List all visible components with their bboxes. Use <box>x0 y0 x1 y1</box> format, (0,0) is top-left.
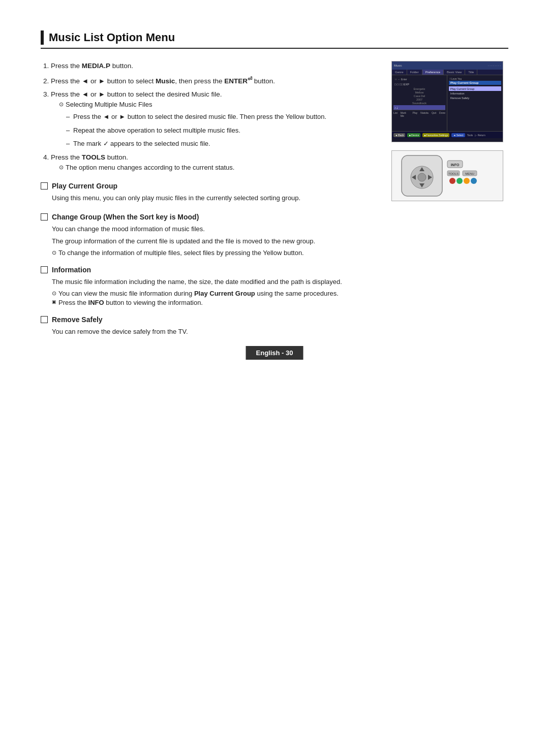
step-2: Press the ◄ or ► button to select Music,… <box>51 74 381 86</box>
tv-btn-back: ◄ Back <box>393 133 405 137</box>
steps-list: Press the MEDIA.P button. Press the ◄ or… <box>51 61 381 173</box>
tv-tab-genre: Genre <box>392 70 407 75</box>
tv-top-bar: Music · · · · · · · · <box>392 61 503 70</box>
step-4: Press the TOOLS button. ⊙ The option men… <box>51 152 381 173</box>
tv-btn-select: ◄ Select <box>451 133 465 137</box>
note-square-icon: ▣ <box>52 299 56 304</box>
checkbox-icon-2 <box>41 213 48 220</box>
svg-point-10 <box>456 178 463 184</box>
remote-image: INFO TOOLS MENU <box>391 150 503 201</box>
footer-bar: English - 30 <box>246 346 303 360</box>
tv-tab-basicview: Basic View <box>444 70 465 75</box>
tv-bottom-bar: ◄ Back ■ Device ■ Favourites Settings ◄ … <box>392 131 503 138</box>
svg-text:TOOLS: TOOLS <box>448 172 459 175</box>
tv-tools-label: Tools <box>467 134 473 137</box>
tv-dots: · · · · · · · · <box>488 64 501 67</box>
tv-list-item-1: □ □ □□ EXP <box>393 82 445 86</box>
information-heading: Information <box>41 266 381 274</box>
tv-tab-folder: Folder <box>407 70 422 75</box>
tv-screenshot: Music · · · · · · · · Genre Folder Prefe… <box>391 61 503 142</box>
section-title-bar: Music List Option Menu <box>41 30 508 49</box>
remove-safely-title: Remove Safely <box>52 316 103 324</box>
checkbox-icon-1 <box>41 182 48 190</box>
play-current-group-title: Play Current Group <box>52 182 117 190</box>
tv-btn-device: ■ Device <box>407 133 420 137</box>
information-body: The music file information including the… <box>52 277 381 288</box>
information-title: Information <box>52 266 91 274</box>
title-accent <box>41 30 44 45</box>
change-group-body1: You can change the mood information of m… <box>52 224 381 235</box>
tv-tab-title: Title <box>465 70 477 75</box>
remove-safely-body: You can remove the device safely from th… <box>52 327 381 337</box>
sub-bullet-3: The mark ✓ appears to the selected music… <box>66 139 381 149</box>
svg-point-2 <box>418 173 426 181</box>
text-content: Press the MEDIA.P button. Press the ◄ or… <box>41 61 381 339</box>
tv-list-item-3: ♪ ♩ <box>393 105 445 110</box>
screenshot-area: Music · · · · · · · · Genre Folder Prefe… <box>391 61 508 339</box>
svg-point-9 <box>449 178 455 184</box>
note-selecting: ⊙ Selecting Multiple Music Files <box>59 100 381 110</box>
tv-menu-title: Play Current Group <box>449 81 501 85</box>
tv-list-item-2: Energetic Mellow Casa Del 2007 Soundtrac… <box>393 86 445 105</box>
sub-bullets-list: Press the ◄ or ► button to select the de… <box>66 112 381 149</box>
sub-bullet-1: Press the ◄ or ► button to select the de… <box>66 112 381 122</box>
tools-note: ⊙ The option menu changes according to t… <box>59 163 381 173</box>
page-title: Music List Option Menu <box>49 31 175 44</box>
step-1: Press the MEDIA.P button. <box>51 61 381 71</box>
svg-text:INFO: INFO <box>451 163 460 167</box>
note-circle-icon-3: ⊙ <box>52 249 56 256</box>
tv-file-list: ↑↑ ← Enter □ □ □□ EXP Energetic Mellow C… <box>392 75 447 131</box>
svg-point-11 <box>464 178 470 184</box>
tv-tabs: Genre Folder Preference Basic View Title <box>392 70 503 75</box>
tv-note-icon-1: □ □ □□ EXP <box>394 83 409 86</box>
step-3: Press the ◄ or ► button to select the de… <box>51 89 381 149</box>
change-group-title: Change Group (When the Sort key is Mood) <box>52 213 199 221</box>
note-circle-icon-4: ⊙ <box>52 290 56 297</box>
play-current-group-body: Using this menu, you can only play music… <box>52 193 381 204</box>
note-circle-icon: ⊙ <box>59 100 64 109</box>
change-group-heading: Change Group (When the Sort key is Mood) <box>41 213 381 221</box>
play-current-group-heading: Play Current Group <box>41 182 381 190</box>
sub-bullet-2: Repeat the above operation to select mul… <box>66 125 381 136</box>
tv-body: ↑↑ ← Enter □ □ □□ EXP Energetic Mellow C… <box>392 75 503 131</box>
tv-btn-fav: ■ Favourites Settings <box>422 133 449 137</box>
tv-menu-item-1: Play Current Group <box>449 86 501 91</box>
tv-context-menu: I Love You Play Current Group Play Curre… <box>447 75 503 131</box>
change-group-body2: The group information of the current fil… <box>52 236 381 247</box>
information-note1: ⊙ You can view the music file informatio… <box>52 290 381 297</box>
note-circle-icon-2: ⊙ <box>59 163 64 172</box>
information-note2: ▣ Press the INFO button to viewing the i… <box>52 299 381 306</box>
remote-svg: INFO TOOLS MENU <box>396 153 498 199</box>
checkbox-icon-4 <box>41 316 48 323</box>
tv-return-label: ▷ Return <box>475 134 485 137</box>
tv-tab-preference: Preference <box>422 70 444 75</box>
footer-text: English - 30 <box>256 349 293 357</box>
change-group-note: ⊙ To change the information of multiple … <box>52 249 381 257</box>
tv-music-icon: ♪ ♩ <box>394 106 398 109</box>
tv-menu-item-3: Remove Safely <box>449 96 501 100</box>
tv-menu-item-2: Information <box>449 91 501 96</box>
remove-safely-heading: Remove Safely <box>41 316 381 324</box>
tv-app-name: Music <box>394 64 402 67</box>
svg-text:MENU: MENU <box>465 172 474 175</box>
checkbox-icon-3 <box>41 266 48 273</box>
svg-point-12 <box>471 178 477 184</box>
